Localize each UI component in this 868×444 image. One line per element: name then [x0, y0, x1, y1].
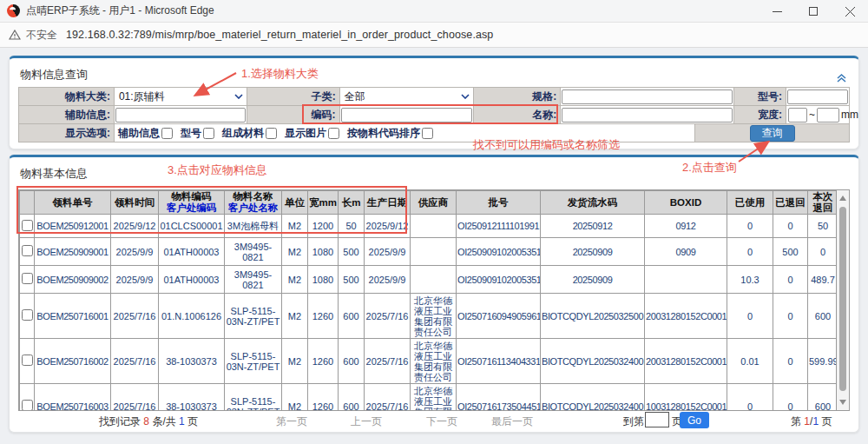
- scrollbar-up-icon[interactable]: [839, 195, 846, 201]
- header-checkbox-col: [20, 191, 35, 215]
- search-button[interactable]: 查询: [750, 125, 795, 142]
- spec-input[interactable]: [562, 89, 733, 104]
- cell-used: 0.01: [727, 339, 773, 384]
- goto-label: 到第: [623, 414, 644, 429]
- minimize-icon[interactable]: [759, 0, 795, 23]
- cell-boxid: 0909: [645, 238, 727, 266]
- width-max-input[interactable]: [817, 108, 839, 123]
- total-pages: 1: [812, 415, 819, 427]
- cell-ship-serial: BIOTCQDYL20250324001: [541, 339, 645, 384]
- cell-supplier: 北京华德液压工业集团有限责任公司: [411, 339, 457, 384]
- table-row[interactable]: BOEM250909002 2025/9/9 01ATH00003 3M9495…: [20, 266, 838, 294]
- cell-order-no: BOEM250716001: [35, 294, 111, 339]
- row-checkbox[interactable]: [22, 273, 33, 284]
- cell-return-now: 50: [808, 215, 838, 238]
- cell-used: 0: [727, 238, 773, 266]
- prev-page-link[interactable]: 上一页: [351, 414, 382, 429]
- name-label: 名称:: [474, 106, 561, 124]
- cell-supplier: [411, 266, 457, 294]
- cell-batch-no: OI250909102005351: [457, 266, 541, 294]
- cell-returned: 0: [773, 384, 808, 412]
- pagination-footer: 找到记录 8 条/共 1 页 第一页 上一页 下一页 最后一页 到第 页 Go …: [18, 412, 850, 432]
- option-material-label: 组成材料: [222, 126, 264, 141]
- option-aux-checkbox[interactable]: [161, 128, 173, 139]
- cell-material-name: 3M9495-0821: [225, 266, 282, 294]
- table-panel-title: 物料基本信息: [20, 166, 88, 182]
- cell-returned: 500: [773, 238, 808, 266]
- cell-ship-serial: 20250909: [541, 238, 645, 266]
- cell-boxid: [645, 266, 727, 294]
- row-checkbox[interactable]: [22, 400, 33, 411]
- close-icon[interactable]: [832, 0, 868, 23]
- option-sort-label: 按物料代码排序: [347, 126, 420, 141]
- row-checkbox[interactable]: [22, 220, 33, 231]
- scrollbar-thumb[interactable]: [839, 207, 846, 391]
- model-label: 型号:: [734, 88, 786, 106]
- url-text[interactable]: 192.168.0.32:789/mis/mrp/boe_materiel_re…: [66, 29, 493, 41]
- row-checkbox[interactable]: [22, 355, 33, 366]
- cell-order-date: 2025/9/9: [111, 266, 159, 294]
- cell-boxid: 20031280152C0001: [645, 294, 727, 339]
- cell-order-no: BOEM250909001: [35, 238, 111, 266]
- cell-prod-date: 2025/9/9: [365, 266, 411, 294]
- row-checkbox[interactable]: [22, 309, 33, 321]
- cell-length: 600: [339, 294, 365, 339]
- window-title: 点晴ERP子系统 - 用户1 - Microsoft Edge: [26, 3, 214, 18]
- option-aux-label: 辅助信息: [118, 126, 160, 141]
- security-label: 不安全: [26, 28, 57, 43]
- table-row[interactable]: BOEM250909001 2025/9/9 01ATH00003 3M9495…: [20, 238, 838, 266]
- code-label: 编码:: [247, 106, 340, 124]
- page-indicator: 第 1/1 页: [791, 414, 832, 429]
- cell-unit: M2: [282, 266, 308, 294]
- table-scrollbar[interactable]: [836, 190, 849, 410]
- scrollbar-down-icon[interactable]: [839, 400, 846, 405]
- collapse-panel-icon[interactable]: [836, 71, 847, 87]
- annotation-step2: 2.点击查询: [682, 160, 737, 176]
- width-min-input[interactable]: [788, 108, 807, 123]
- cell-return-now: 600: [808, 384, 838, 412]
- material-table-panel: 物料基本信息 领料单号 领料时间 物料编码客户处编码 物料名称客户处名称 单位 …: [9, 155, 859, 433]
- header-supplier: 供应商: [411, 191, 457, 215]
- width-tilde: ~: [809, 109, 815, 121]
- header-length: 长m: [339, 191, 365, 215]
- table-row[interactable]: BOEM250912001 2025/9/12 01CLCS00001 3M泡棉…: [20, 215, 838, 238]
- aux-input[interactable]: [115, 108, 246, 123]
- model-input[interactable]: [787, 89, 848, 104]
- go-button[interactable]: Go: [680, 412, 709, 428]
- category-value: 01:原辅料: [119, 89, 165, 104]
- cell-material-code: 38-1030373: [159, 384, 225, 412]
- option-sort-checkbox[interactable]: [422, 128, 433, 139]
- browser-titlebar: 点晴ERP子系统 - 用户1 - Microsoft Edge: [0, 0, 868, 23]
- subcategory-select[interactable]: 全部: [340, 88, 475, 106]
- table-row[interactable]: BOEM250716001 2025/7/16 01.N.1006126 SLP…: [20, 294, 838, 339]
- subcategory-value: 全部: [345, 89, 365, 104]
- next-page-link[interactable]: 下一页: [426, 414, 457, 429]
- table-row[interactable]: BOEM250716002 2025/7/16 38-1030373 SLP-5…: [20, 339, 838, 384]
- cell-length: 600: [339, 339, 365, 384]
- option-material-checkbox[interactable]: [266, 128, 277, 139]
- cell-material-code: 01ATH00003: [159, 266, 225, 294]
- cell-batch-no: OI250716094905961: [457, 294, 541, 339]
- goto-page-input[interactable]: [645, 412, 669, 427]
- row-checkbox[interactable]: [22, 245, 33, 256]
- cell-used: 0: [727, 384, 773, 412]
- option-model-checkbox[interactable]: [203, 128, 214, 139]
- annotation-step3: 3.点击对应物料信息: [168, 162, 267, 178]
- material-table: 领料单号 领料时间 物料编码客户处编码 物料名称客户处名称 单位 宽mm 长m …: [19, 190, 838, 411]
- category-select[interactable]: 01:原辅料: [115, 88, 247, 106]
- table-row[interactable]: BOEM250716003 2025/7/16 38-1030373 SLP-5…: [20, 384, 838, 412]
- cell-select: [20, 294, 35, 339]
- last-page-link[interactable]: 最后一页: [491, 414, 533, 429]
- first-page-link[interactable]: 第一页: [276, 414, 307, 429]
- cell-boxid: 0912: [645, 215, 727, 238]
- cell-unit: M2: [282, 238, 308, 266]
- cell-width: 1260: [308, 384, 339, 412]
- address-bar[interactable]: 不安全 192.168.0.32:789/mis/mrp/boe_materie…: [0, 23, 868, 48]
- cell-width: 1260: [308, 294, 339, 339]
- code-input[interactable]: [341, 108, 473, 123]
- maximize-icon[interactable]: [795, 0, 832, 23]
- option-image-checkbox[interactable]: [328, 128, 339, 139]
- name-input[interactable]: [562, 108, 733, 123]
- cell-prod-date: 2025/7/16: [365, 294, 411, 339]
- cell-order-date: 2025/9/9: [111, 238, 159, 266]
